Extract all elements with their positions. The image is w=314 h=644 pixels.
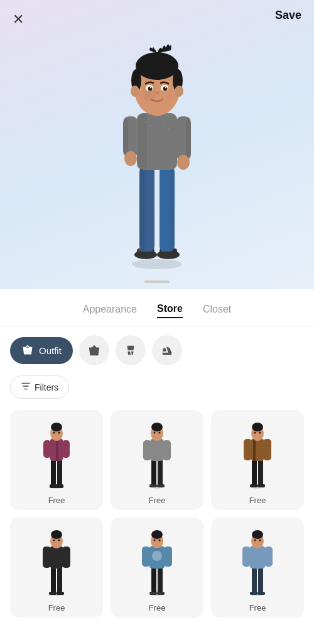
svg-rect-57 xyxy=(143,440,151,460)
outfit-card-6[interactable]: Free xyxy=(211,518,304,618)
svg-rect-97 xyxy=(164,547,172,567)
svg-rect-69 xyxy=(244,439,252,460)
filters-button[interactable]: Filters xyxy=(10,375,69,399)
outfit-image-5 xyxy=(111,518,203,599)
scroll-indicator xyxy=(144,280,170,283)
svg-point-74 xyxy=(254,432,256,434)
svg-point-86 xyxy=(53,540,55,541)
filters-icon xyxy=(21,381,31,393)
svg-rect-108 xyxy=(242,547,251,567)
outfit-card-4[interactable]: Free xyxy=(10,518,103,618)
svg-point-37 xyxy=(165,87,166,88)
svg-point-100 xyxy=(154,540,156,541)
close-button[interactable]: ✕ xyxy=(13,11,24,28)
svg-point-50 xyxy=(58,432,60,434)
svg-rect-102 xyxy=(149,592,157,595)
svg-point-62 xyxy=(159,432,161,434)
svg-rect-46 xyxy=(62,440,70,458)
svg-rect-10 xyxy=(170,167,175,252)
tab-store[interactable]: Store xyxy=(157,301,183,318)
svg-rect-105 xyxy=(252,566,257,594)
svg-rect-103 xyxy=(157,592,165,595)
svg-rect-9 xyxy=(139,167,144,252)
svg-rect-52 xyxy=(56,484,63,488)
svg-point-94 xyxy=(152,551,162,561)
svg-rect-54 xyxy=(151,458,156,486)
svg-point-38 xyxy=(141,92,148,99)
outfit-card-2[interactable]: Free xyxy=(111,410,203,510)
outfit-price-4: Free xyxy=(48,599,65,618)
category-shoes-button[interactable] xyxy=(152,335,182,365)
svg-point-20 xyxy=(124,151,137,166)
category-outfit-button[interactable]: Outfit xyxy=(10,337,73,364)
svg-rect-92 xyxy=(158,566,163,594)
svg-rect-64 xyxy=(157,484,165,487)
avatar-figure xyxy=(94,19,220,270)
outfit-icon xyxy=(21,343,34,358)
svg-point-49 xyxy=(53,432,55,434)
svg-rect-70 xyxy=(263,439,271,460)
svg-point-27 xyxy=(136,52,178,80)
svg-point-113 xyxy=(259,540,261,541)
svg-rect-77 xyxy=(257,484,265,487)
category-row: Outfit xyxy=(0,326,314,372)
outfit-price-1: Free xyxy=(48,492,65,510)
svg-rect-89 xyxy=(57,592,64,595)
filters-label: Filters xyxy=(35,382,58,392)
tab-closet[interactable]: Closet xyxy=(203,301,231,318)
svg-rect-41 xyxy=(51,458,56,486)
outfit-card-1[interactable]: Free xyxy=(10,410,103,510)
svg-rect-44 xyxy=(56,438,58,461)
category-bottom-button[interactable] xyxy=(116,335,146,365)
svg-point-14 xyxy=(150,125,151,126)
outfit-image-4 xyxy=(10,518,103,599)
svg-rect-79 xyxy=(51,566,56,594)
category-top-button[interactable] xyxy=(79,335,109,365)
svg-point-48 xyxy=(51,423,62,431)
svg-point-75 xyxy=(259,432,261,434)
svg-rect-91 xyxy=(151,566,156,594)
svg-rect-115 xyxy=(257,592,265,595)
svg-point-23 xyxy=(177,155,190,170)
svg-point-36 xyxy=(150,87,151,88)
outfit-price-5: Free xyxy=(149,599,166,618)
svg-rect-22 xyxy=(186,116,191,160)
avatar-container xyxy=(94,0,220,289)
outfit-card-3[interactable]: Free xyxy=(211,410,304,510)
svg-rect-45 xyxy=(43,440,51,458)
svg-rect-63 xyxy=(149,484,157,487)
outfit-label: Outfit xyxy=(39,345,62,356)
svg-rect-83 xyxy=(62,547,70,568)
bottom-panel: Appearance Store Closet Outfit xyxy=(0,289,314,644)
svg-rect-71 xyxy=(253,438,256,461)
tabs-container: Appearance Store Closet xyxy=(0,289,314,326)
outfit-image-3 xyxy=(211,410,304,492)
svg-rect-88 xyxy=(49,592,57,595)
svg-point-15 xyxy=(163,124,164,125)
save-button[interactable]: Save xyxy=(275,9,301,22)
outfit-image-2 xyxy=(111,410,203,492)
outfit-grid: Free Free xyxy=(0,405,314,628)
svg-point-112 xyxy=(254,540,256,541)
svg-rect-68 xyxy=(251,438,264,461)
svg-rect-17 xyxy=(137,113,147,170)
svg-rect-96 xyxy=(142,547,150,567)
svg-rect-76 xyxy=(250,484,257,487)
outfit-image-1 xyxy=(10,410,103,492)
tab-appearance[interactable]: Appearance xyxy=(83,301,137,318)
svg-point-60 xyxy=(151,423,163,431)
svg-point-31 xyxy=(175,86,183,97)
svg-point-73 xyxy=(252,423,263,431)
svg-point-30 xyxy=(131,86,139,97)
outfit-card-5[interactable]: Free xyxy=(111,518,203,618)
svg-rect-114 xyxy=(250,592,257,595)
svg-point-87 xyxy=(58,540,60,541)
svg-rect-58 xyxy=(163,440,171,460)
svg-rect-67 xyxy=(258,458,263,486)
svg-point-101 xyxy=(159,540,161,541)
svg-rect-66 xyxy=(252,458,257,486)
svg-point-0 xyxy=(132,259,182,269)
svg-point-99 xyxy=(151,530,163,539)
svg-rect-42 xyxy=(57,458,62,486)
svg-rect-55 xyxy=(158,458,163,486)
